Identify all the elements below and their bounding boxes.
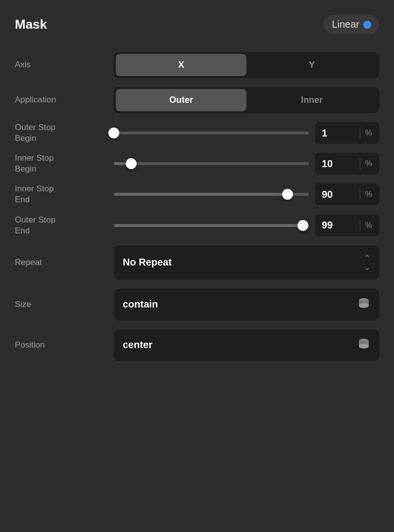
outer-stop-end-value-box: 99 %	[315, 215, 379, 236]
value-separator	[360, 158, 360, 170]
inner-stop-begin-value: 10	[322, 158, 355, 170]
inner-stop-begin-track	[114, 162, 309, 165]
repeat-control: No Repeat ⌃⌄	[114, 245, 379, 280]
inner-stop-begin-unit: %	[365, 159, 372, 168]
repeat-dropdown[interactable]: No Repeat ⌃⌄	[114, 245, 379, 280]
inner-stop-end-row: Inner Stop End 90 %	[15, 183, 379, 205]
inner-stop-begin-control: 10 %	[114, 153, 379, 175]
outer-stop-end-unit: %	[365, 221, 372, 230]
outer-stop-end-fill	[114, 224, 303, 227]
size-label: Size	[15, 299, 114, 310]
outer-stop-begin-row: Outer Stop Begin 1 %	[15, 122, 379, 144]
application-segment: Outer Inner	[114, 87, 379, 113]
linear-label: Linear	[332, 19, 359, 30]
inner-stop-begin-row: Inner Stop Begin 10 %	[15, 153, 379, 175]
outer-stop-begin-thumb[interactable]	[108, 128, 119, 138]
size-dropdown[interactable]: contain	[114, 289, 379, 320]
application-control: Outer Inner	[114, 87, 379, 113]
inner-stop-begin-label: Inner Stop Begin	[15, 153, 114, 175]
inner-stop-begin-slider[interactable]	[114, 155, 309, 172]
page-title: Mask	[15, 17, 47, 32]
size-row: Size contain	[15, 289, 379, 320]
value-separator	[360, 188, 360, 200]
inner-stop-end-unit: %	[365, 190, 372, 199]
outer-stop-begin-track	[114, 132, 309, 134]
inner-stop-begin-thumb[interactable]	[126, 158, 137, 169]
size-value: contain	[123, 299, 357, 310]
chevron-updown-icon: ⌃⌄	[364, 253, 370, 272]
inner-stop-end-label: Inner Stop End	[15, 183, 114, 205]
svg-point-2	[359, 303, 369, 308]
outer-stop-end-track	[114, 224, 309, 227]
outer-stop-end-thumb[interactable]	[297, 220, 308, 231]
position-control: center	[114, 329, 379, 361]
value-separator	[360, 220, 360, 231]
inner-stop-begin-slider-row: 10 %	[114, 153, 379, 175]
inner-stop-end-thumb[interactable]	[282, 189, 293, 200]
repeat-value: No Repeat	[123, 257, 364, 268]
size-icon	[357, 297, 370, 312]
application-row: Application Outer Inner	[15, 87, 379, 113]
outer-stop-end-control: 99 %	[114, 215, 379, 236]
position-label: Position	[15, 340, 114, 351]
inner-stop-end-value-box: 90 %	[315, 183, 379, 205]
outer-stop-end-value: 99	[322, 220, 355, 231]
axis-segment: X Y	[114, 52, 379, 78]
outer-stop-begin-slider-row: 1 %	[114, 122, 379, 144]
inner-stop-end-slider-row: 90 %	[114, 183, 379, 205]
inner-stop-end-slider[interactable]	[114, 186, 309, 203]
outer-stop-end-slider-row: 99 %	[114, 215, 379, 236]
axis-row: Axis X Y	[15, 52, 379, 78]
outer-stop-begin-value: 1	[322, 128, 355, 139]
outer-stop-end-row: Outer Stop End 99 %	[15, 215, 379, 236]
linear-dot-icon	[363, 21, 371, 29]
repeat-row: Repeat No Repeat ⌃⌄	[15, 245, 379, 280]
position-icon	[357, 337, 370, 353]
application-inner-button[interactable]: Inner	[246, 89, 377, 111]
outer-stop-begin-value-box: 1 %	[315, 122, 379, 144]
inner-stop-end-fill	[114, 193, 288, 196]
position-value: center	[123, 339, 357, 351]
outer-stop-end-slider[interactable]	[114, 217, 309, 234]
inner-stop-end-control: 90 %	[114, 183, 379, 205]
linear-badge[interactable]: Linear	[324, 15, 379, 34]
outer-stop-begin-control: 1 %	[114, 122, 379, 144]
size-control: contain	[114, 289, 379, 320]
axis-y-button[interactable]: Y	[246, 54, 377, 76]
position-dropdown[interactable]: center	[114, 329, 379, 361]
axis-x-button[interactable]: X	[116, 54, 246, 76]
inner-stop-end-track	[114, 193, 309, 196]
repeat-label: Repeat	[15, 257, 114, 268]
svg-point-5	[359, 344, 369, 349]
value-separator	[360, 127, 360, 139]
inner-stop-begin-value-box: 10 %	[315, 153, 379, 175]
outer-stop-end-label: Outer Stop End	[15, 215, 114, 236]
outer-stop-begin-slider[interactable]	[114, 125, 309, 141]
inner-stop-end-value: 90	[322, 189, 355, 200]
axis-label: Axis	[15, 59, 114, 70]
outer-stop-begin-label: Outer Stop Begin	[15, 122, 114, 144]
header: Mask Linear	[15, 15, 379, 34]
axis-control: X Y	[114, 52, 379, 78]
position-row: Position center	[15, 329, 379, 361]
application-outer-button[interactable]: Outer	[116, 89, 246, 111]
application-label: Application	[15, 94, 114, 105]
outer-stop-begin-unit: %	[365, 129, 372, 137]
